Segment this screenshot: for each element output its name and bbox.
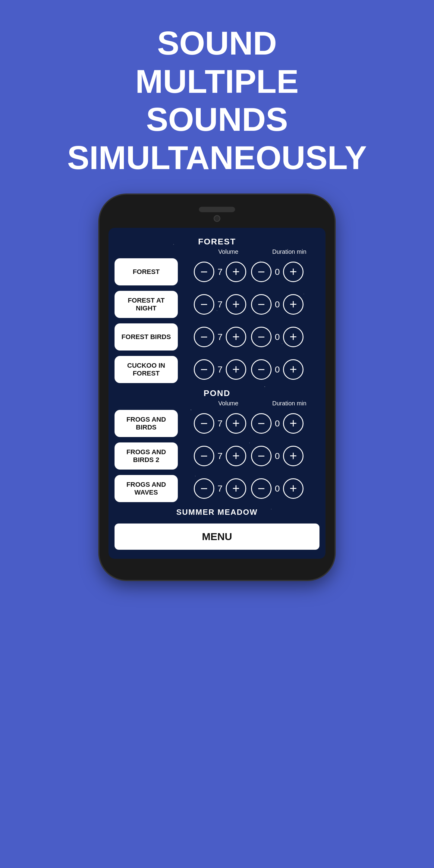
forest-duration-increase[interactable]: + bbox=[283, 261, 304, 282]
pond-volume-label: Volume bbox=[199, 400, 258, 407]
headline-line1: SOUND bbox=[157, 24, 277, 61]
forest-duration-decrease[interactable]: − bbox=[251, 261, 272, 282]
headline-line2: MULTIPLE bbox=[135, 63, 299, 100]
frogs-and-birds-2-duration-increase[interactable]: + bbox=[283, 446, 304, 466]
cuckoo-in-forest-duration-group: − 0 + bbox=[251, 359, 304, 380]
cuckoo-in-forest-duration-increase[interactable]: + bbox=[283, 359, 304, 380]
frogs-and-birds-2-volume-increase[interactable]: + bbox=[226, 446, 246, 466]
forest-duration-label: Duration min bbox=[261, 248, 318, 255]
forest-birds-duration-increase[interactable]: + bbox=[283, 327, 304, 347]
forest-birds-volume-group: − 7 + bbox=[194, 327, 246, 347]
frogs-and-birds-volume-decrease[interactable]: − bbox=[194, 413, 214, 434]
sound-row-frogs-and-birds-2: FROGS AND BIRDS 2 − 7 + − 0 + bbox=[115, 442, 319, 470]
sound-row-cuckoo-in-forest: CUCKOO IN FOREST − 7 + − 0 + bbox=[115, 356, 319, 383]
forest-volume-group: − 7 + bbox=[194, 261, 246, 282]
forest-volume-decrease[interactable]: − bbox=[194, 261, 214, 282]
sound-row-frogs-and-birds: FROGS AND BIRDS − 7 + − 0 + bbox=[115, 410, 319, 437]
forest-volume-increase[interactable]: + bbox=[226, 261, 246, 282]
phone-camera bbox=[214, 215, 220, 222]
sound-btn-cuckoo-in-forest[interactable]: CUCKOO IN FOREST bbox=[115, 356, 178, 383]
phone: FOREST Volume Duration min FOREST − 7 + … bbox=[99, 195, 335, 580]
frogs-and-birds-volume-group: − 7 + bbox=[194, 413, 246, 434]
frogs-and-birds-2-volume-group: − 7 + bbox=[194, 446, 246, 466]
frogs-and-waves-volume-increase[interactable]: + bbox=[226, 478, 246, 499]
frogs-and-birds-2-controls: − 7 + − 0 + bbox=[178, 446, 319, 466]
headline: SOUND MULTIPLE SOUNDS SIMULTANEOUSLY bbox=[0, 0, 434, 195]
forest-at-night-volume-decrease[interactable]: − bbox=[194, 294, 214, 315]
sound-btn-forest-birds[interactable]: FOREST BIRDS bbox=[115, 323, 178, 350]
cuckoo-in-forest-duration-decrease[interactable]: − bbox=[251, 359, 272, 380]
frogs-and-birds-duration-decrease[interactable]: − bbox=[251, 413, 272, 434]
forest-birds-volume-decrease[interactable]: − bbox=[194, 327, 214, 347]
forest-birds-volume-value: 7 bbox=[216, 332, 224, 342]
frogs-and-waves-duration-value: 0 bbox=[273, 484, 282, 494]
pond-labels-row: Volume Duration min bbox=[115, 400, 319, 407]
sound-btn-frogs-and-birds[interactable]: FROGS AND BIRDS bbox=[115, 410, 178, 437]
sound-row-frogs-and-waves: FROGS AND WAVES − 7 + − 0 + bbox=[115, 475, 319, 502]
forest-birds-duration-value: 0 bbox=[273, 332, 282, 342]
cuckoo-in-forest-controls: − 7 + − 0 + bbox=[178, 359, 319, 380]
frogs-and-birds-controls: − 7 + − 0 + bbox=[178, 413, 319, 434]
cuckoo-in-forest-volume-increase[interactable]: + bbox=[226, 359, 246, 380]
frogs-and-waves-duration-decrease[interactable]: − bbox=[251, 478, 272, 499]
frogs-and-birds-duration-value: 0 bbox=[273, 418, 282, 429]
pond-section-title: POND bbox=[115, 389, 319, 398]
frogs-and-birds-2-duration-group: − 0 + bbox=[251, 446, 304, 466]
forest-birds-controls: − 7 + − 0 + bbox=[178, 327, 319, 347]
frogs-and-birds-2-duration-value: 0 bbox=[273, 451, 282, 461]
frogs-and-birds-2-volume-decrease[interactable]: − bbox=[194, 446, 214, 466]
sound-row-forest-at-night: FOREST AT NIGHT − 7 + − 0 + bbox=[115, 291, 319, 318]
forest-at-night-controls: − 7 + − 0 + bbox=[178, 294, 319, 315]
cuckoo-in-forest-volume-value: 7 bbox=[216, 364, 224, 375]
headline-line3: SOUNDS bbox=[146, 101, 288, 138]
pond-duration-label: Duration min bbox=[261, 400, 318, 407]
forest-at-night-duration-decrease[interactable]: − bbox=[251, 294, 272, 315]
forest-duration-value: 0 bbox=[273, 267, 282, 277]
forest-at-night-duration-increase[interactable]: + bbox=[283, 294, 304, 315]
forest-birds-duration-decrease[interactable]: − bbox=[251, 327, 272, 347]
frogs-and-birds-duration-increase[interactable]: + bbox=[283, 413, 304, 434]
frogs-and-waves-controls: − 7 + − 0 + bbox=[178, 478, 319, 499]
forest-at-night-volume-value: 7 bbox=[216, 299, 224, 310]
frogs-and-waves-volume-group: − 7 + bbox=[194, 478, 246, 499]
forest-birds-duration-group: − 0 + bbox=[251, 327, 304, 347]
forest-at-night-volume-increase[interactable]: + bbox=[226, 294, 246, 315]
forest-controls: − 7 + − 0 + bbox=[178, 261, 319, 282]
cuckoo-in-forest-duration-value: 0 bbox=[273, 364, 282, 375]
frogs-and-birds-volume-value: 7 bbox=[216, 418, 224, 429]
sound-btn-forest[interactable]: FOREST bbox=[115, 258, 178, 285]
sound-btn-forest-at-night[interactable]: FOREST AT NIGHT bbox=[115, 291, 178, 318]
forest-birds-volume-increase[interactable]: + bbox=[226, 327, 246, 347]
menu-button[interactable]: MENU bbox=[115, 524, 319, 550]
phone-screen: FOREST Volume Duration min FOREST − 7 + … bbox=[108, 228, 326, 559]
forest-at-night-duration-value: 0 bbox=[273, 299, 282, 310]
frogs-and-birds-2-volume-value: 7 bbox=[216, 451, 224, 461]
frogs-and-waves-volume-decrease[interactable]: − bbox=[194, 478, 214, 499]
sound-row-forest: FOREST − 7 + − 0 + bbox=[115, 258, 319, 285]
cuckoo-in-forest-volume-decrease[interactable]: − bbox=[194, 359, 214, 380]
cuckoo-in-forest-volume-group: − 7 + bbox=[194, 359, 246, 380]
frogs-and-waves-duration-increase[interactable]: + bbox=[283, 478, 304, 499]
forest-section-title: FOREST bbox=[115, 237, 319, 247]
forest-volume-value: 7 bbox=[216, 267, 224, 277]
summer-meadow-section-title: SUMMER MEADOW bbox=[115, 507, 319, 517]
frogs-and-waves-volume-value: 7 bbox=[216, 484, 224, 494]
frogs-and-birds-2-duration-decrease[interactable]: − bbox=[251, 446, 272, 466]
forest-labels-row: Volume Duration min bbox=[115, 248, 319, 255]
headline-line4: SIMULTANEOUSLY bbox=[67, 139, 367, 176]
frogs-and-waves-duration-group: − 0 + bbox=[251, 478, 304, 499]
sound-row-forest-birds: FOREST BIRDS − 7 + − 0 + bbox=[115, 323, 319, 350]
forest-duration-group: − 0 + bbox=[251, 261, 304, 282]
phone-speaker bbox=[199, 207, 235, 212]
sound-btn-frogs-and-waves[interactable]: FROGS AND WAVES bbox=[115, 475, 178, 502]
forest-at-night-duration-group: − 0 + bbox=[251, 294, 304, 315]
forest-at-night-volume-group: − 7 + bbox=[194, 294, 246, 315]
sound-btn-frogs-and-birds-2[interactable]: FROGS AND BIRDS 2 bbox=[115, 442, 178, 470]
frogs-and-birds-volume-increase[interactable]: + bbox=[226, 413, 246, 434]
frogs-and-birds-duration-group: − 0 + bbox=[251, 413, 304, 434]
forest-volume-label: Volume bbox=[199, 248, 258, 255]
